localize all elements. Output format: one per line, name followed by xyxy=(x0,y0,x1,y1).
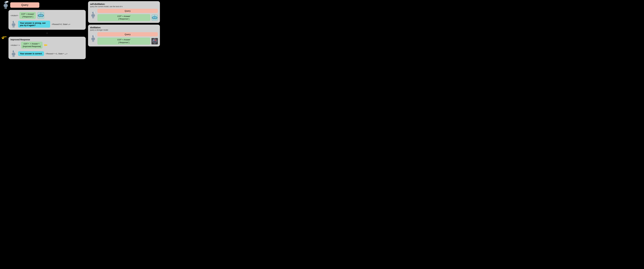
svg-rect-61 xyxy=(154,19,156,19)
svg-point-19 xyxy=(40,12,41,13)
svg-rect-4 xyxy=(5,7,6,9)
svg-point-60 xyxy=(156,17,156,18)
distillation-content: Query COTᴵ + Answerᴵ [ Responseᴵ ] xyxy=(97,32,158,44)
left-panel: Query ⬐ <Actionᴵ> COTᴵ + Answerᴵ [ Respo… xyxy=(1,1,86,59)
feedback-i-bubble: Your answer is wrong, can you try it aga… xyxy=(18,21,50,28)
robot-icon-sd xyxy=(152,14,158,21)
person-icon-i xyxy=(10,20,16,28)
sd-query-label: Query xyxy=(125,9,130,12)
reward-i-tag: <Rewardᴵ=0, Stateᴶ₊₁> xyxy=(52,23,70,25)
self-distillation-desc: query the current model, use the best-of… xyxy=(90,5,158,7)
svg-rect-21 xyxy=(43,15,44,16)
svg-point-42 xyxy=(14,50,15,51)
svg-point-75 xyxy=(94,35,94,36)
cot-i-box: COTᴵ + Answerᴵ [ Responseᴵ ] xyxy=(20,12,36,19)
query-label-top: Query xyxy=(21,3,28,6)
arrow-into-cot-k: ⬅ xyxy=(44,42,47,48)
d-query-label: Query xyxy=(125,33,130,35)
svg-rect-27 xyxy=(14,26,14,27)
self-distillation-section: self-distillation: query the current mod… xyxy=(88,1,160,23)
svg-rect-71 xyxy=(93,40,94,42)
left-main: ⬐ <Actionᴵ> COTᴵ + Answerᴵ [ Responseᴵ ] xyxy=(1,10,86,59)
person-icon-sd xyxy=(90,11,96,19)
svg-point-31 xyxy=(14,21,15,21)
svg-rect-83 xyxy=(156,40,158,42)
cot-i-line2: [ Responseᴵ ] xyxy=(21,15,34,18)
svg-rect-62 xyxy=(154,15,155,16)
svg-rect-82 xyxy=(152,40,153,42)
svg-point-43 xyxy=(15,50,16,51)
sd-query-box: Query xyxy=(97,9,158,13)
svg-rect-17 xyxy=(40,17,42,17)
svg-rect-24 xyxy=(12,24,13,25)
svg-rect-3 xyxy=(6,4,8,6)
self-distillation-content: Query COTᴵ + Answerᴵ [ Responseᴵ ] xyxy=(97,9,158,21)
svg-rect-80 xyxy=(155,40,156,41)
action-k-label: <Action႖> xyxy=(10,44,20,46)
sd-cot-line2: [ Responseᴵ ] xyxy=(99,18,148,20)
svg-point-15 xyxy=(40,15,40,16)
person-icon-k xyxy=(10,50,16,57)
svg-rect-46 xyxy=(92,14,92,16)
svg-point-8 xyxy=(6,1,7,2)
right-panel: self-distillation: query the current mod… xyxy=(88,1,160,59)
svg-point-16 xyxy=(42,15,42,16)
feedback-k-bubble: Your answer is correct. xyxy=(18,51,44,56)
svg-rect-85 xyxy=(155,43,156,44)
cot-k-line2: [Improved Response] xyxy=(23,45,41,48)
improved-label: Improved Response xyxy=(10,38,84,41)
main-container: Query ⬐ <Actionᴵ> COTᴵ + Answerᴵ [ Respo… xyxy=(1,1,160,59)
feedback-i-row: Your answer is wrong, can you try it aga… xyxy=(10,20,84,28)
action-k-row: <Action႖> COT႖ + Answer႖ [Improved Respo… xyxy=(10,42,84,49)
svg-rect-70 xyxy=(92,40,93,42)
plus-row: + xyxy=(8,31,86,35)
svg-rect-38 xyxy=(14,55,14,57)
svg-point-52 xyxy=(94,12,94,12)
cot-k-line1: COT႖ + Answer႖ xyxy=(23,42,41,45)
distillation-desc: query a stronger model xyxy=(90,29,158,31)
person-icon-d xyxy=(90,35,96,42)
svg-rect-5 xyxy=(6,7,7,9)
sd-cot-box: COTᴵ + Answerᴵ [ Responseᴵ ] xyxy=(97,14,150,21)
feedback-i-text: Your answer is wrong, can you try it aga… xyxy=(20,22,46,26)
svg-rect-20 xyxy=(38,15,38,16)
plus-symbol: + xyxy=(46,31,48,35)
svg-rect-36 xyxy=(14,53,15,55)
cot-i-line1: COTᴵ + Answerᴵ xyxy=(21,13,34,15)
svg-rect-2 xyxy=(4,4,5,6)
svg-rect-68 xyxy=(92,38,92,40)
d-query-box: Query xyxy=(97,32,158,36)
svg-rect-25 xyxy=(14,24,15,25)
sd-cot-line1: COTᴵ + Answerᴵ xyxy=(99,15,148,18)
svg-point-9 xyxy=(7,1,8,2)
top-query-row: Query xyxy=(2,1,86,9)
svg-rect-26 xyxy=(13,26,14,27)
svg-rect-81 xyxy=(153,41,156,42)
svg-rect-37 xyxy=(13,55,14,57)
sd-cot-row: COTᴵ + Answerᴵ [ Responseᴵ ] xyxy=(97,14,158,21)
query-box-top: Query xyxy=(10,2,39,8)
distillation-title: distillation: xyxy=(90,26,158,29)
d-cot-row: COTᴵ + Answerᴵ [ Responseᴵ ] xyxy=(97,37,158,44)
distillation-section: distillation: query a stronger model xyxy=(88,25,160,46)
action-i-row: <Actionᴵ> COTᴵ + Answerᴵ [ Responseᴵ ] xyxy=(10,12,84,19)
feedback-k-text: Your answer is correct. xyxy=(20,52,42,55)
curved-arrow-left: ⬐ xyxy=(1,33,7,40)
svg-rect-47 xyxy=(94,14,95,16)
svg-rect-48 xyxy=(92,17,93,18)
svg-rect-49 xyxy=(93,17,94,18)
self-distillation-inner: Query COTᴵ + Answerᴵ [ Responseᴵ ] xyxy=(90,9,158,21)
feedback-k-row: Your answer is correct. <Reward႖=1, Stat… xyxy=(10,50,84,57)
svg-point-32 xyxy=(15,21,16,21)
svg-point-63 xyxy=(154,15,155,15)
svg-point-30 xyxy=(14,21,14,21)
self-distillation-title: self-distillation: xyxy=(90,3,158,5)
action-i-label: <Actionᴵ> xyxy=(10,14,18,16)
svg-point-41 xyxy=(14,50,14,51)
svg-rect-18 xyxy=(40,13,41,14)
reward-k-tag: <Reward႖=1, State႖₊₁> xyxy=(46,53,67,55)
svg-point-59 xyxy=(154,17,154,18)
svg-rect-69 xyxy=(94,38,95,40)
svg-point-54 xyxy=(95,12,95,12)
svg-rect-65 xyxy=(157,17,158,18)
